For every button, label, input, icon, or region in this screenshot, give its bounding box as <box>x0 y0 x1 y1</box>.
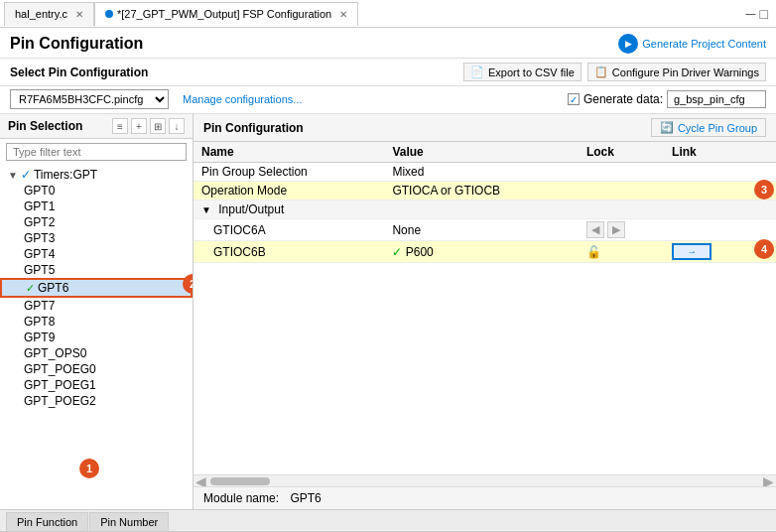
row-lock-op <box>579 182 664 200</box>
filter-input[interactable] <box>6 143 187 161</box>
row-name-op: Operation Mode <box>194 182 384 200</box>
module-name-row: Module name: GPT6 <box>194 486 776 509</box>
callout-3: 3 <box>754 180 774 200</box>
tree-item-gpt0[interactable]: GPT0 <box>0 183 193 199</box>
col-extra <box>751 142 776 163</box>
row-value-op: GTIOCA or GTIOCB <box>384 182 578 200</box>
tree-item-gpt9[interactable]: GPT9 <box>0 330 193 345</box>
tab-hal-close[interactable]: ✕ <box>75 9 83 20</box>
pin-config-table-scroll[interactable]: Name Value Lock Link Pin Group Selection… <box>194 142 776 474</box>
panel-tools: ≡ + ⊞ ↓ <box>112 118 185 134</box>
row-lock-gtioc6b: 🔓 <box>579 241 664 263</box>
select-pin-section: Select Pin Configuration 📄 Export to CSV… <box>0 59 776 86</box>
row-name: Pin Group Selection <box>194 163 384 182</box>
nav-right-6a[interactable]: ▶ <box>607 221 625 238</box>
section-arrow: ▼ <box>201 204 211 215</box>
pin-config-panel: Pin Configuration 🔄 Cycle Pin Group Name… <box>194 114 776 509</box>
configure-warnings-button[interactable]: 📋 Configure Pin Driver Warnings <box>587 63 766 81</box>
tree-item-gpt4[interactable]: GPT4 <box>0 246 193 262</box>
pin-config-table: Name Value Lock Link Pin Group Selection… <box>194 142 776 263</box>
tool-btn-3[interactable]: ⊞ <box>150 118 166 134</box>
tree-item-timers-gpt[interactable]: ▼ ✓ Timers:GPT <box>0 167 193 183</box>
generate-icon <box>618 34 638 54</box>
col-lock: Lock <box>579 142 664 163</box>
row-link-gtioc6b: → <box>664 241 751 263</box>
tab-pin-number[interactable]: Pin Number <box>89 512 169 531</box>
pin-config-title: Pin Configuration <box>203 121 304 135</box>
callout-4: 4 <box>754 239 774 259</box>
module-label: Module name: <box>203 491 279 505</box>
generate-data-checkbox[interactable] <box>568 93 580 105</box>
row-value-gtioc6b: ✓ P600 <box>384 241 578 263</box>
window-minimize[interactable]: ─ <box>746 6 756 22</box>
row-link-gtioc6a <box>664 219 751 241</box>
select-pin-label: Select Pin Configuration <box>10 66 148 79</box>
tool-btn-2[interactable]: + <box>131 118 147 134</box>
row-value-gtioc6a: None <box>384 219 578 241</box>
col-value: Value <box>384 142 578 163</box>
generate-project-content-button[interactable]: Generate Project Content <box>618 34 766 54</box>
nav-left-6a[interactable]: ◀ <box>586 221 604 238</box>
export-icon: 📄 <box>470 66 484 78</box>
tree-item-gpt3[interactable]: GPT3 <box>0 230 193 246</box>
table-row-gtioc6a: GTIOC6A None ◀ ▶ <box>194 219 776 241</box>
horizontal-scrollbar[interactable]: ◀ ▶ <box>194 474 776 486</box>
col-name: Name <box>194 142 384 163</box>
col-link: Link <box>664 142 751 163</box>
generate-data-section: Generate data: <box>568 90 766 108</box>
callout-2: 2 <box>183 274 193 294</box>
tree-item-gpt-poeg1[interactable]: GPT_POEG1 <box>0 377 193 393</box>
tab-hal-label: hal_entry.c <box>15 8 67 20</box>
generate-btn-label: Generate Project Content <box>642 38 766 50</box>
tree-item-gpt-ops0[interactable]: GPT_OPS0 <box>0 345 193 361</box>
tree-item-gpt1[interactable]: GPT1 <box>0 199 193 214</box>
tree-item-gpt5[interactable]: GPT5 <box>0 262 193 278</box>
row-link-op <box>664 182 751 200</box>
tab-fsp-config[interactable]: *[27_GPT_PWM_Output] FSP Configuration ✕ <box>94 2 358 26</box>
bottom-tabs-area: Pin Function Pin Number 1 Summary BSP Cl… <box>0 509 776 532</box>
tree-item-gpt7[interactable]: GPT7 <box>0 298 193 314</box>
pincfg-dropdown[interactable]: R7FA6M5BH3CFC.pincfg <box>10 89 169 109</box>
pin-selection-panel: Pin Selection ≡ + ⊞ ↓ ▼ ✓ Timers:GPT <box>0 114 194 509</box>
link-button-gtioc6b[interactable]: → <box>672 243 711 260</box>
tab-hal-entry[interactable]: hal_entry.c ✕ <box>4 2 94 26</box>
tool-btn-1[interactable]: ≡ <box>112 118 128 134</box>
pin-selection-header: Pin Selection ≡ + ⊞ ↓ <box>0 114 193 139</box>
manage-configurations-link[interactable]: Manage configurations... <box>183 93 302 105</box>
cycle-pin-group-button[interactable]: 🔄 Cycle Pin Group <box>651 118 766 137</box>
tree-item-gpt-poeg2[interactable]: GPT_POEG2 <box>0 393 193 409</box>
generate-data-input[interactable] <box>667 90 766 108</box>
pin-config-header: Pin Configuration 🔄 Cycle Pin Group <box>194 114 776 142</box>
cycle-icon: 🔄 <box>660 121 674 134</box>
row-lock-gtioc6a: ◀ ▶ <box>579 219 664 241</box>
table-row-operation-mode: Operation Mode GTIOCA or GTIOCB 3 <box>194 182 776 200</box>
config-row: R7FA6M5BH3CFC.pincfg Manage configuratio… <box>0 86 776 114</box>
row-lock <box>579 163 664 182</box>
row-link <box>664 163 751 182</box>
configure-icon: 📋 <box>594 66 608 78</box>
tab-fsp-label: *[27_GPT_PWM_Output] FSP Configuration <box>117 8 331 20</box>
scroll-thumb[interactable] <box>210 477 270 485</box>
tool-btn-4[interactable]: ↓ <box>169 118 185 134</box>
tree-area: ▼ ✓ Timers:GPT GPT0 GPT1 GPT2 <box>0 165 193 509</box>
window-maximize[interactable]: □ <box>760 6 768 22</box>
page-title: Pin Configuration <box>10 35 143 53</box>
title-bar: hal_entry.c ✕ *[27_GPT_PWM_Output] FSP C… <box>0 0 776 28</box>
table-row: Pin Group Selection Mixed <box>194 163 776 182</box>
tree-item-gpt-poeg0[interactable]: GPT_POEG0 <box>0 361 193 377</box>
generate-data-label: Generate data: <box>583 92 663 106</box>
tree-item-gpt6[interactable]: ✓ GPT6 2 <box>0 278 193 298</box>
page-header: Pin Configuration Generate Project Conte… <box>0 28 776 59</box>
tab-fsp-close[interactable]: ✕ <box>339 9 347 20</box>
tree-item-gpt2[interactable]: GPT2 <box>0 214 193 230</box>
table-row-io-section: ▼ Input/Output <box>194 200 776 219</box>
table-row-gtioc6b: GTIOC6B ✓ P600 🔓 → 4 <box>194 241 776 263</box>
main-content: Pin Selection ≡ + ⊞ ↓ ▼ ✓ Timers:GPT <box>0 114 776 509</box>
module-name-value: GPT6 <box>290 491 321 505</box>
row-name-gtioc6b: GTIOC6B <box>194 241 384 263</box>
tab-pin-function[interactable]: Pin Function <box>6 512 88 531</box>
pin-selection-title: Pin Selection <box>8 119 82 133</box>
export-csv-button[interactable]: 📄 Export to CSV file <box>463 63 582 81</box>
pin-function-tabs: Pin Function Pin Number 1 <box>0 510 776 531</box>
tree-item-gpt8[interactable]: GPT8 <box>0 314 193 330</box>
